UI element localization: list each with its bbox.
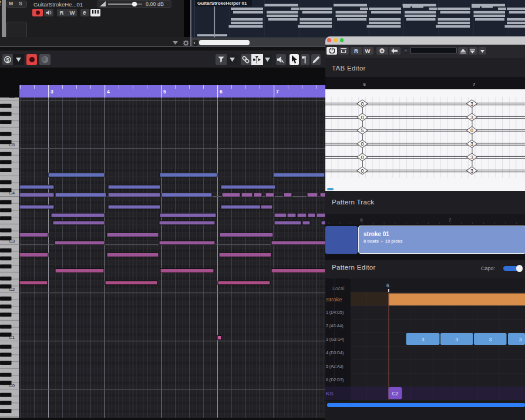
svg-text:3: 3 (489, 337, 492, 342)
svg-text:5: 5 (361, 127, 364, 133)
svg-text:3: 3 (51, 89, 53, 95)
svg-text:0: 0 (361, 168, 364, 174)
svg-text:3: 3 (470, 154, 473, 160)
svg-text:3: 3 (422, 337, 425, 342)
svg-text:0: 0 (470, 127, 473, 133)
svg-text:3: 3 (519, 337, 522, 342)
svg-text:C2: C2 (9, 287, 15, 292)
svg-text:3: 3 (455, 337, 458, 342)
svg-text:3: 3 (470, 115, 473, 120)
svg-text:3: 3 (470, 141, 473, 147)
svg-text:0: 0 (361, 115, 364, 120)
svg-text:6: 6 (220, 89, 223, 95)
svg-text:0: 0 (361, 101, 364, 107)
svg-text:3: 3 (470, 168, 473, 174)
svg-text:0: 0 (361, 154, 364, 160)
svg-text:0: 0 (361, 141, 364, 147)
svg-text:C6: C6 (9, 98, 15, 99)
svg-text:S: S (6, 57, 9, 63)
svg-text:C2: C2 (392, 391, 399, 397)
svg-text:C5: C5 (9, 142, 15, 147)
svg-text:C4: C4 (9, 190, 15, 196)
svg-text:C1: C1 (9, 335, 15, 340)
svg-text:3: 3 (470, 101, 473, 107)
svg-text:o: o (381, 49, 383, 53)
svg-text:C3: C3 (9, 238, 15, 244)
svg-text:5: 5 (163, 89, 166, 95)
svg-text:C0: C0 (9, 383, 15, 388)
svg-text:7: 7 (276, 89, 279, 95)
svg-text:4: 4 (107, 89, 110, 95)
